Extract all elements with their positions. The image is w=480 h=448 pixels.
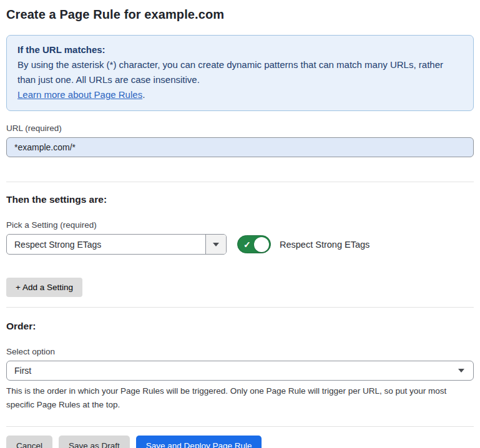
order-select-label: Select option xyxy=(6,347,474,356)
info-box-link-line: Learn more about Page Rules. xyxy=(17,87,463,102)
order-select[interactable]: First xyxy=(6,361,474,381)
page-title: Create a Page Rule for example.com xyxy=(6,7,474,22)
save-and-deploy-button[interactable]: Save and Deploy Page Rule xyxy=(136,436,262,448)
link-suffix: . xyxy=(142,89,145,100)
actions-row: Cancel Save as Draft Save and Deploy Pag… xyxy=(6,436,474,448)
info-box-heading: If the URL matches: xyxy=(17,42,463,57)
add-setting-button[interactable]: + Add a Setting xyxy=(6,278,82,297)
setting-dropdown-caret-button[interactable] xyxy=(205,235,226,254)
order-select-value: First xyxy=(14,366,458,376)
setting-row: Respect Strong ETags ✓ Respect Strong ET… xyxy=(6,234,474,255)
section-divider xyxy=(6,182,474,182)
info-box-body-text: By using the asterisk (*) character, you… xyxy=(17,59,443,85)
caret-down-icon xyxy=(213,243,219,246)
setting-dropdown[interactable]: Respect Strong ETags xyxy=(6,234,227,255)
section-divider xyxy=(6,426,474,427)
section-divider xyxy=(6,307,474,308)
check-icon: ✓ xyxy=(243,240,251,248)
setting-dropdown-value: Respect Strong ETags xyxy=(7,235,205,254)
url-field-label: URL (required) xyxy=(6,124,474,133)
settings-heading: Then the settings are: xyxy=(6,194,474,205)
save-as-draft-button[interactable]: Save as Draft xyxy=(59,436,130,448)
info-box-body: By using the asterisk (*) character, you… xyxy=(17,57,463,87)
etags-toggle[interactable]: ✓ xyxy=(237,235,271,253)
order-help-text: This is the order in which your Page Rul… xyxy=(6,384,474,412)
caret-down-icon xyxy=(458,369,464,373)
order-heading: Order: xyxy=(6,321,474,332)
url-input[interactable] xyxy=(6,137,474,157)
pick-setting-label: Pick a Setting (required) xyxy=(6,220,474,230)
cancel-button[interactable]: Cancel xyxy=(6,436,52,448)
learn-more-link[interactable]: Learn more about Page Rules xyxy=(17,89,142,100)
url-match-info-box: If the URL matches: By using the asteris… xyxy=(6,35,474,111)
toggle-label: Respect Strong ETags xyxy=(280,240,370,250)
toggle-knob xyxy=(254,237,269,252)
